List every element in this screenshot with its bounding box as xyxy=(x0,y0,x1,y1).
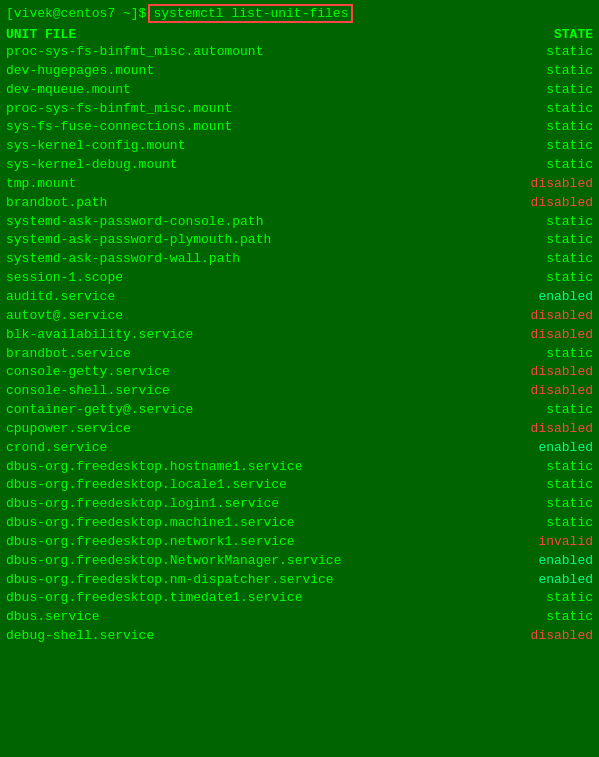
unit-file-name: dbus-org.freedesktop.login1.service xyxy=(6,495,279,514)
unit-file-name: cpupower.service xyxy=(6,420,131,439)
unit-file-state: static xyxy=(546,269,593,288)
table-row: debug-shell.servicedisabled xyxy=(6,627,593,646)
unit-file-name: tmp.mount xyxy=(6,175,76,194)
table-row: console-shell.servicedisabled xyxy=(6,382,593,401)
unit-file-name: systemd-ask-password-console.path xyxy=(6,213,263,232)
unit-file-state: static xyxy=(546,62,593,81)
unit-file-name: dbus-org.freedesktop.hostname1.service xyxy=(6,458,302,477)
unit-file-state: disabled xyxy=(531,627,593,646)
unit-file-name: container-getty@.service xyxy=(6,401,193,420)
table-row: sys-kernel-config.mountstatic xyxy=(6,137,593,156)
unit-file-name: console-shell.service xyxy=(6,382,170,401)
table-row: sys-fs-fuse-connections.mountstatic xyxy=(6,118,593,137)
unit-file-name: systemd-ask-password-plymouth.path xyxy=(6,231,271,250)
unit-file-name: dbus-org.freedesktop.NetworkManager.serv… xyxy=(6,552,341,571)
unit-file-state: enabled xyxy=(538,439,593,458)
unit-file-name: dbus-org.freedesktop.timedate1.service xyxy=(6,589,302,608)
table-row: systemd-ask-password-console.pathstatic xyxy=(6,213,593,232)
table-row: cpupower.servicedisabled xyxy=(6,420,593,439)
table-row: dbus-org.freedesktop.network1.serviceinv… xyxy=(6,533,593,552)
table-row: proc-sys-fs-binfmt_misc.automountstatic xyxy=(6,43,593,62)
unit-file-name: dbus.service xyxy=(6,608,100,627)
unit-file-state: static xyxy=(546,458,593,477)
table-row: console-getty.servicedisabled xyxy=(6,363,593,382)
unit-file-state: static xyxy=(546,345,593,364)
unit-file-state: enabled xyxy=(538,571,593,590)
unit-file-state: disabled xyxy=(531,326,593,345)
unit-file-state: static xyxy=(546,401,593,420)
unit-file-name: dbus-org.freedesktop.machine1.service xyxy=(6,514,295,533)
table-row: crond.serviceenabled xyxy=(6,439,593,458)
unit-file-name: debug-shell.service xyxy=(6,627,154,646)
table-row: proc-sys-fs-binfmt_misc.mountstatic xyxy=(6,100,593,119)
unit-file-name: auditd.service xyxy=(6,288,115,307)
table-row: dbus-org.freedesktop.nm-dispatcher.servi… xyxy=(6,571,593,590)
table-row: dev-hugepages.mountstatic xyxy=(6,62,593,81)
unit-file-name: dbus-org.freedesktop.nm-dispatcher.servi… xyxy=(6,571,334,590)
unit-file-state: enabled xyxy=(538,288,593,307)
unit-file-name: crond.service xyxy=(6,439,107,458)
table-row: brandbot.pathdisabled xyxy=(6,194,593,213)
unit-file-name: sys-fs-fuse-connections.mount xyxy=(6,118,232,137)
unit-file-state: static xyxy=(546,514,593,533)
unit-file-name: autovt@.service xyxy=(6,307,123,326)
unit-file-list: proc-sys-fs-binfmt_misc.automountstaticd… xyxy=(6,43,593,646)
table-row: autovt@.servicedisabled xyxy=(6,307,593,326)
unit-file-name: sys-kernel-config.mount xyxy=(6,137,185,156)
unit-file-name: proc-sys-fs-binfmt_misc.automount xyxy=(6,43,263,62)
table-row: dbus-org.freedesktop.login1.servicestati… xyxy=(6,495,593,514)
unit-file-name: sys-kernel-debug.mount xyxy=(6,156,178,175)
unit-file-state: disabled xyxy=(531,382,593,401)
unit-file-name: systemd-ask-password-wall.path xyxy=(6,250,240,269)
unit-file-state: static xyxy=(546,476,593,495)
unit-file-state: enabled xyxy=(538,552,593,571)
table-row: auditd.serviceenabled xyxy=(6,288,593,307)
unit-file-state: static xyxy=(546,250,593,269)
table-row: dbus-org.freedesktop.timedate1.servicest… xyxy=(6,589,593,608)
prompt-line: [vivek@centos7 ~]$ systemctl list-unit-f… xyxy=(6,4,593,23)
unit-file-state: static xyxy=(546,213,593,232)
unit-file-state: disabled xyxy=(531,420,593,439)
prompt-command: systemctl list-unit-files xyxy=(148,4,353,23)
unit-file-state: disabled xyxy=(531,194,593,213)
state-header: STATE xyxy=(554,27,593,42)
table-row: brandbot.servicestatic xyxy=(6,345,593,364)
table-row: systemd-ask-password-plymouth.pathstatic xyxy=(6,231,593,250)
unit-file-name: dev-hugepages.mount xyxy=(6,62,154,81)
unit-file-header: UNIT FILE xyxy=(6,27,76,42)
unit-file-state: invalid xyxy=(538,533,593,552)
unit-file-name: dbus-org.freedesktop.locale1.service xyxy=(6,476,287,495)
unit-file-state: disabled xyxy=(531,307,593,326)
unit-file-name: blk-availability.service xyxy=(6,326,193,345)
table-row: systemd-ask-password-wall.pathstatic xyxy=(6,250,593,269)
table-row: dbus-org.freedesktop.machine1.servicesta… xyxy=(6,514,593,533)
table-row: dbus.servicestatic xyxy=(6,608,593,627)
table-row: blk-availability.servicedisabled xyxy=(6,326,593,345)
unit-file-name: brandbot.service xyxy=(6,345,131,364)
unit-file-state: static xyxy=(546,137,593,156)
unit-file-state: static xyxy=(546,100,593,119)
table-row: session-1.scopestatic xyxy=(6,269,593,288)
unit-file-state: static xyxy=(546,231,593,250)
unit-file-name: brandbot.path xyxy=(6,194,107,213)
unit-file-state: static xyxy=(546,81,593,100)
unit-file-state: static xyxy=(546,43,593,62)
table-header: UNIT FILE STATE xyxy=(6,27,593,42)
unit-file-state: static xyxy=(546,118,593,137)
table-row: dbus-org.freedesktop.locale1.servicestat… xyxy=(6,476,593,495)
unit-file-name: dbus-org.freedesktop.network1.service xyxy=(6,533,295,552)
table-row: dbus-org.freedesktop.NetworkManager.serv… xyxy=(6,552,593,571)
table-row: dev-mqueue.mountstatic xyxy=(6,81,593,100)
table-row: container-getty@.servicestatic xyxy=(6,401,593,420)
prompt-user: [vivek@centos7 ~]$ xyxy=(6,6,146,21)
unit-file-state: disabled xyxy=(531,363,593,382)
table-row: dbus-org.freedesktop.hostname1.servicest… xyxy=(6,458,593,477)
unit-file-name: dev-mqueue.mount xyxy=(6,81,131,100)
table-row: sys-kernel-debug.mountstatic xyxy=(6,156,593,175)
table-row: tmp.mountdisabled xyxy=(6,175,593,194)
unit-file-state: static xyxy=(546,495,593,514)
unit-file-state: static xyxy=(546,608,593,627)
unit-file-name: console-getty.service xyxy=(6,363,170,382)
unit-file-name: proc-sys-fs-binfmt_misc.mount xyxy=(6,100,232,119)
unit-file-state: static xyxy=(546,589,593,608)
